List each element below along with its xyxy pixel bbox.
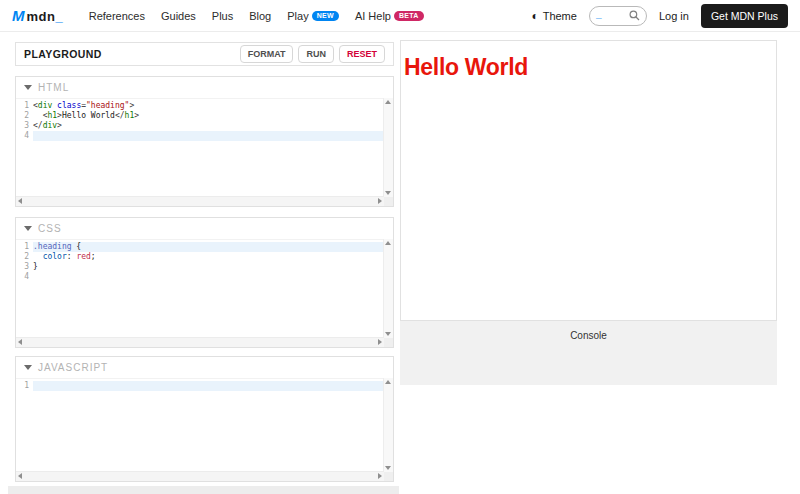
nav-item-label: Plus [212,10,233,22]
js-editor-body: 1 [16,378,393,481]
nav-item-guides[interactable]: Guides [161,10,196,22]
scroll-down-icon[interactable] [385,191,391,195]
code-line[interactable]: <div class="heading"> [33,101,384,111]
code-line[interactable] [33,131,384,141]
line-number: 3 [16,262,29,272]
line-number: 1 [16,242,29,252]
collapse-caret-icon [24,85,32,90]
scroll-up-icon[interactable] [385,380,391,384]
nav-item-ai-help[interactable]: AI HelpBETA [355,10,424,22]
nav-item-play[interactable]: PlayNEW [287,10,339,22]
beta-badge: BETA [394,11,424,21]
horizontal-scrollbar[interactable] [16,337,384,347]
scroll-left-icon[interactable] [18,473,22,479]
theme-label: Theme [543,10,577,22]
nav-item-references[interactable]: References [89,10,145,22]
scrollbar-corner [384,197,393,206]
preview-heading: Hello World [401,41,776,81]
scroll-right-icon[interactable] [378,473,382,479]
theme-toggle[interactable]: ◐ Theme [531,10,577,22]
line-number: 4 [16,131,29,141]
scroll-down-icon[interactable] [385,466,391,470]
nav-item-plus[interactable]: Plus [212,10,233,22]
nav-item-label: References [89,10,145,22]
horizontal-scrollbar[interactable] [16,471,384,481]
search-input[interactable]: _ [589,6,647,26]
get-mdn-plus-button[interactable]: Get MDN Plus [701,4,788,28]
toolbar-actions: FORMATRUNRESET [240,45,385,63]
scroll-up-icon[interactable] [385,100,391,104]
mdn-playground-page: M mdn _ ReferencesGuidesPlusBlogPlayNEWA… [0,0,800,494]
horizontal-scrollbar[interactable] [16,196,384,206]
nav-item-label: Guides [161,10,196,22]
code-line[interactable]: color: red; [33,252,384,262]
line-number: 1 [16,381,29,391]
html-code-area[interactable]: <div class="heading"> <h1>Hello World</h… [33,98,384,197]
mdn-logo-text: mdn [27,9,56,24]
reset-button[interactable]: RESET [339,45,385,63]
console-panel: Console [400,321,777,385]
nav-item-label: Play [287,10,308,22]
html-editor-header[interactable]: HTML [16,77,393,99]
code-line[interactable]: .heading { [33,242,384,252]
scroll-left-icon[interactable] [18,198,22,204]
vertical-scrollbar[interactable] [383,378,393,472]
new-badge: NEW [312,11,339,21]
scrollbar-corner [384,472,393,481]
css-editor-label: CSS [38,223,62,234]
vertical-scrollbar[interactable] [383,98,393,197]
mdn-logo[interactable]: M mdn _ [12,7,63,24]
code-line[interactable]: </div> [33,121,384,131]
css-code-area[interactable]: .heading { color: red;} [33,239,384,338]
nav-item-label: AI Help [355,10,391,22]
html-editor-section: HTML 1234 <div class="heading"> <h1>Hell… [15,76,394,207]
bottom-divider [8,486,399,494]
console-label: Console [570,330,607,341]
run-button[interactable]: RUN [298,45,334,63]
scroll-up-icon[interactable] [385,241,391,245]
nav-item-blog[interactable]: Blog [249,10,271,22]
format-button[interactable]: FORMAT [240,45,294,63]
top-navbar: M mdn _ ReferencesGuidesPlusBlogPlayNEWA… [0,0,800,32]
line-number: 4 [16,272,29,282]
js-editor-label: JAVASCRIPT [38,362,108,373]
scroll-left-icon[interactable] [18,339,22,345]
playground-title: PLAYGROUND [24,48,102,60]
line-number: 2 [16,252,29,262]
scrollbar-corner [384,338,393,347]
css-editor-header[interactable]: CSS [16,218,393,240]
code-line[interactable]: } [33,262,384,272]
scroll-right-icon[interactable] [378,198,382,204]
collapse-caret-icon [24,226,32,231]
css-editor-body: 1234 .heading { color: red;} [16,239,393,347]
playground-toolbar: PLAYGROUND FORMATRUNRESET [15,42,394,66]
navbar-right-group: ◐ Theme _ Log in Get MDN Plus [531,4,788,28]
search-icon[interactable] [629,10,640,21]
line-numbers: 1234 [16,98,33,197]
main-nav: ReferencesGuidesPlusBlogPlayNEWAI HelpBE… [89,10,424,22]
js-editor-section: JAVASCRIPT 1 [15,356,394,482]
vertical-scrollbar[interactable] [383,239,393,338]
mdn-logo-icon: M [12,7,25,24]
line-numbers: 1 [16,378,33,472]
code-line[interactable] [33,272,384,282]
js-editor-header[interactable]: JAVASCRIPT [16,357,393,379]
js-code-area[interactable] [33,378,384,472]
nav-item-label: Blog [249,10,271,22]
code-line[interactable]: <h1>Hello World</h1> [33,111,384,121]
search-cursor: _ [596,9,602,19]
html-editor-label: HTML [38,82,69,93]
html-editor-body: 1234 <div class="heading"> <h1>Hello Wor… [16,98,393,206]
theme-icon: ◐ [531,10,538,22]
preview-pane: Hello World [400,40,777,321]
scroll-right-icon[interactable] [378,339,382,345]
mdn-logo-cursor: _ [55,9,62,24]
line-numbers: 1234 [16,239,33,338]
scroll-down-icon[interactable] [385,332,391,336]
line-number: 2 [16,111,29,121]
line-number: 3 [16,121,29,131]
code-line[interactable] [33,381,384,391]
css-editor-section: CSS 1234 .heading { color: red;} [15,217,394,348]
line-number: 1 [16,101,29,111]
login-link[interactable]: Log in [659,10,689,22]
